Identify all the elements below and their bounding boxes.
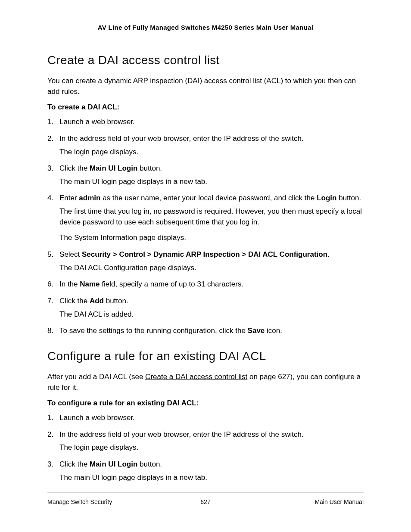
step-text-pre: Click the: [59, 297, 90, 305]
step-text-bold: Save: [248, 327, 265, 335]
procedure-subheading: To create a DAI ACL:: [47, 103, 364, 112]
intro-mid: on page: [247, 373, 278, 381]
xref-page-number: 627: [278, 373, 290, 381]
step-text-bold: Add: [90, 297, 104, 305]
cross-reference-link[interactable]: Create a DAI access control list: [145, 373, 247, 381]
section-heading-create-dai-acl: Create a DAI access control list: [47, 53, 364, 67]
intro-pre: After you add a DAI ACL (see: [47, 373, 145, 381]
procedure-steps: Launch a web browser. In the address fie…: [47, 413, 364, 483]
step-text: Launch a web browser.: [59, 414, 135, 422]
step-6: In the Name field, specify a name of up …: [47, 279, 364, 290]
section-intro: After you add a DAI ACL (see Create a DA…: [47, 372, 364, 393]
step-followup: The login page displays.: [59, 442, 364, 453]
step-text: Launch a web browser.: [59, 118, 135, 126]
step-text-post: .: [327, 250, 330, 258]
step-4: Enter admin as the user name, enter your…: [47, 193, 364, 243]
step-text-bold: Main UI Login: [90, 460, 137, 468]
step-followup: The main UI login page displays in a new…: [59, 473, 364, 483]
step-text: In the address field of your web browser…: [59, 430, 304, 439]
step-2: In the address field of your web browser…: [47, 134, 364, 157]
step-text: In the address field of your web browser…: [59, 134, 304, 143]
step-text-bold: Login: [317, 194, 336, 202]
step-followup: The DAI ACL is added.: [59, 309, 364, 320]
step-text-bold: Name: [80, 280, 100, 288]
section-heading-configure-rule: Configure a rule for an existing DAI ACL: [47, 349, 364, 363]
step-text-bold: Main UI Login: [90, 164, 137, 172]
step-text-post: button.: [137, 164, 162, 172]
procedure-subheading: To configure a rule for an existing DAI …: [47, 399, 364, 408]
step-text-mid: as the user name, enter your local devic…: [100, 194, 317, 202]
step-text-bold: admin: [79, 194, 100, 202]
footer-page-number: 627: [47, 498, 364, 505]
step-text-pre: Select: [59, 250, 82, 258]
step-2: In the address field of your web browser…: [47, 429, 364, 453]
page-footer: Manage Switch Security 627 Main User Man…: [47, 492, 364, 505]
step-5: Select Security > Control > Dynamic ARP …: [47, 249, 364, 273]
step-followup: The System Information page displays.: [59, 233, 364, 243]
step-text-pre: Click the: [59, 460, 90, 468]
step-8: To save the settings to the running conf…: [47, 326, 364, 336]
step-text-pre: In the: [59, 280, 80, 288]
step-text-post: button.: [336, 194, 361, 202]
step-text-bold: Security > Control > Dynamic ARP Inspect…: [82, 250, 327, 258]
step-text-post: button.: [104, 297, 128, 305]
step-text-pre: To save the settings to the running conf…: [59, 327, 248, 335]
procedure-steps: Launch a web browser. In the address fie…: [47, 117, 364, 336]
step-followup: The login page displays.: [59, 147, 364, 158]
step-1: Launch a web browser.: [47, 413, 364, 423]
step-3: Click the Main UI Login button. The main…: [47, 163, 364, 187]
step-text-post: field, specify a name of up to 31 charac…: [100, 280, 244, 288]
step-7: Click the Add button. The DAI ACL is add…: [47, 296, 364, 320]
step-1: Launch a web browser.: [47, 117, 364, 128]
step-text-pre: Click the: [59, 164, 90, 172]
step-text-post: icon.: [265, 327, 282, 335]
document-header: AV Line of Fully Managed Switches M4250 …: [47, 24, 364, 31]
step-followup: The first time that you log in, no passw…: [59, 206, 364, 227]
step-followup: The DAI ACL Configuration page displays.: [59, 263, 364, 274]
step-followup: The main UI login page displays in a new…: [59, 177, 364, 187]
step-3: Click the Main UI Login button. The main…: [47, 459, 364, 483]
section-intro: You can create a dynamic ARP inspection …: [47, 76, 364, 97]
step-text-pre: Enter: [59, 194, 79, 202]
step-text-post: button.: [137, 460, 162, 468]
